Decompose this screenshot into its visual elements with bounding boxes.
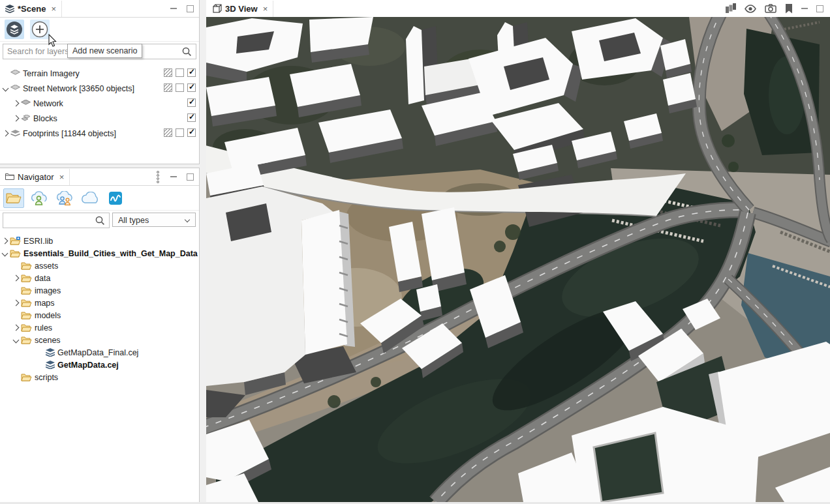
plus-icon	[31, 21, 48, 38]
maximize-icon[interactable]	[816, 5, 823, 12]
layer-row-street-network[interactable]: Street Network [33650 objects]	[0, 81, 199, 96]
scenario-layers-button[interactable]	[5, 20, 24, 39]
chevron-down-icon	[185, 217, 190, 222]
tree-item-models[interactable]: models	[0, 309, 199, 321]
layer-row-network[interactable]: Network	[0, 96, 199, 111]
esri-folder-icon	[10, 237, 21, 245]
blocks-layer-icon	[21, 115, 31, 122]
folder-icon	[21, 286, 32, 295]
layer-row-footprints[interactable]: Footprints [11844 objects]	[0, 126, 199, 141]
tree-item-scene-file-active[interactable]: GetMapData.cej	[0, 359, 199, 371]
tree-item-scene-file[interactable]: GetMapData_Final.cej	[0, 346, 199, 359]
camera-icon[interactable]	[765, 4, 776, 13]
layers-icon	[5, 5, 14, 13]
navigator-toolbar	[0, 186, 199, 211]
workspace-tree: ESRI.lib Essentials_Build_Cities_with_Ge…	[0, 231, 199, 383]
add-scenario-button[interactable]	[30, 20, 50, 39]
layer-checkbox[interactable]	[187, 83, 196, 92]
expand-open-icon[interactable]	[2, 250, 8, 257]
folder-icon	[21, 336, 32, 344]
folder-icon	[21, 323, 32, 332]
expand-closed-icon[interactable]	[13, 325, 20, 331]
network-layer-icon	[21, 100, 31, 107]
tree-item-assets[interactable]: assets	[0, 259, 199, 272]
public-content-button[interactable]	[80, 188, 100, 208]
expand-closed-icon[interactable]	[13, 300, 20, 306]
layer-checkbox[interactable]	[176, 68, 184, 77]
navigator-tab-close-icon[interactable]: ×	[59, 172, 65, 182]
scene-toolbar	[0, 18, 199, 42]
search-icon	[95, 216, 104, 225]
layer-row-terrain[interactable]: Terrain Imagery	[0, 66, 199, 81]
tree-item-project[interactable]: Essentials_Build_Cities_with_Get_Map_Dat…	[0, 247, 199, 259]
expand-open-icon[interactable]	[13, 337, 20, 344]
navigator-tabbar: Navigator ×	[0, 168, 199, 186]
layout-cards-icon[interactable]	[725, 3, 736, 14]
tree-item-esri-lib[interactable]: ESRI.lib	[0, 235, 199, 247]
layer-checkbox[interactable]	[176, 128, 184, 137]
layer-checkbox[interactable]	[176, 83, 184, 92]
folder-tab-icon	[5, 173, 14, 181]
folder-icon	[21, 274, 32, 282]
layer-checkbox[interactable]	[187, 98, 196, 107]
layer-checkbox[interactable]	[187, 128, 196, 137]
expand-closed-icon[interactable]	[12, 100, 19, 107]
expand-closed-icon[interactable]	[2, 238, 8, 245]
type-filter-dropdown[interactable]: All types	[112, 213, 196, 227]
view3d-tab-close-icon[interactable]: ×	[263, 4, 268, 14]
navigator-panel: Navigator ×	[0, 168, 200, 502]
groups-content-button[interactable]	[54, 188, 75, 208]
folder-icon	[21, 299, 32, 307]
cloud-user-icon	[30, 191, 48, 205]
tree-item-scripts[interactable]: scripts	[0, 371, 199, 383]
expand-closed-icon[interactable]	[13, 275, 20, 282]
layer-checkbox[interactable]	[164, 128, 172, 137]
tree-item-images[interactable]: images	[0, 284, 199, 297]
cloud-group-icon	[55, 191, 74, 205]
maximize-icon[interactable]	[187, 173, 194, 181]
scene-file-icon	[46, 348, 55, 357]
view3d-tab-label: 3D View	[225, 4, 258, 14]
navigator-tab-label: Navigator	[18, 172, 54, 182]
tab-navigator[interactable]: Navigator ×	[0, 169, 70, 185]
tree-item-maps[interactable]: maps	[0, 297, 199, 309]
map-layer-icon	[10, 70, 20, 77]
expand-closed-icon[interactable]	[2, 130, 8, 137]
folder-icon	[21, 261, 32, 270]
minimize-icon[interactable]	[170, 176, 177, 177]
footprints-layer-icon	[10, 130, 20, 138]
open-folder-icon	[10, 249, 21, 258]
scene-tab-close-icon[interactable]: ×	[51, 4, 56, 14]
tab-3d-view[interactable]: 3D View ×	[206, 1, 273, 17]
scene-file-icon	[46, 361, 55, 369]
layer-checkbox[interactable]	[164, 83, 172, 92]
expand-closed-icon[interactable]	[12, 115, 19, 122]
tree-item-scenes[interactable]: scenes	[0, 334, 199, 346]
my-content-button[interactable]	[29, 188, 50, 208]
workspace-files-button[interactable]	[3, 188, 24, 208]
cloud-icon	[80, 192, 100, 205]
bookmark-icon[interactable]	[785, 4, 793, 14]
tooltip: Add new scenario	[67, 44, 142, 58]
minimize-icon[interactable]	[170, 8, 177, 9]
portal-button[interactable]	[105, 188, 126, 208]
view-menu-icon[interactable]	[157, 171, 159, 183]
tree-item-data[interactable]: data	[0, 272, 199, 284]
minimize-icon[interactable]	[801, 8, 808, 9]
tab-scene[interactable]: *Scene ×	[0, 1, 62, 17]
portal-wave-icon	[108, 191, 123, 205]
scene-tabbar: *Scene ×	[0, 0, 199, 18]
maximize-icon[interactable]	[187, 5, 194, 12]
tree-item-rules[interactable]: rules	[0, 321, 199, 334]
navigator-search-input[interactable]	[3, 213, 110, 228]
eye-icon[interactable]	[745, 5, 756, 13]
layer-row-blocks[interactable]: Blocks	[0, 111, 199, 126]
3d-viewport[interactable]	[206, 17, 830, 502]
layer-tree: Terrain Imagery Street Network [33650 ob…	[0, 63, 199, 141]
scene-tab-label: *Scene	[18, 4, 46, 14]
layer-checkbox[interactable]	[164, 68, 172, 77]
scene-search-row: Add new scenario	[0, 42, 199, 63]
layer-checkbox[interactable]	[187, 113, 196, 122]
layer-checkbox[interactable]	[187, 68, 196, 77]
expand-open-icon[interactable]	[2, 85, 8, 92]
